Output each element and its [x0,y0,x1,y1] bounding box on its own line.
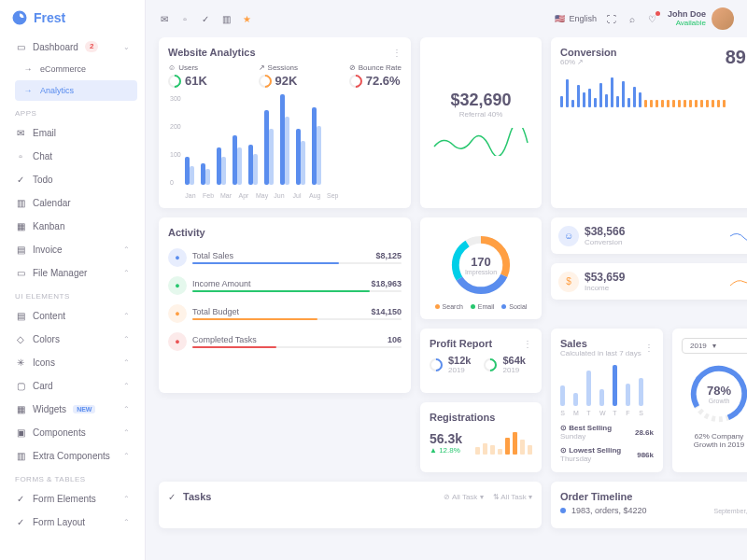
brand-text: Frest [34,10,65,25]
year-select[interactable]: 2019▾ [682,338,747,354]
sidebar-item-colors[interactable]: ◇Colors⌃ [7,328,137,350]
more-icon[interactable]: ⋮ [644,343,654,353]
logo-icon [11,9,28,26]
sidebar-item-dashboard[interactable]: ▭ Dashboard 2 ⌄ [7,35,137,58]
card-growth: 2019▾ 78%Growth 62% Company Growth in 20… [672,329,747,472]
sidebar-item-calendar[interactable]: ▥Calendar [7,191,137,214]
brand-logo[interactable]: Frest [0,0,145,35]
mail-icon[interactable]: ✉ [159,13,170,24]
sidebar-item-email[interactable]: ✉Email [7,121,137,144]
card-tasks: ✓Tasks ⊘ All Task ▾⇅ All Task ▾ [159,482,542,528]
sidebar-item-card[interactable]: ▢Card⌃ [7,374,137,397]
fullscreen-icon[interactable]: ⛶ [606,13,617,24]
filter-all-2[interactable]: ⇅ All Task ▾ [493,493,532,501]
card-title: Website Analytics [168,47,256,58]
section-forms: Forms & Tables [7,468,137,487]
search-icon[interactable]: ⌕ [627,13,638,24]
chat-icon[interactable]: ▫ [179,13,190,24]
sidebar-item-components[interactable]: ▣Components⌃ [7,421,137,443]
sidebar-nav: ▭ Dashboard 2 ⌄ →eCommerce →Analytics Ap… [0,35,145,560]
card-registrations: Registrations 56.3k▲ 12.8% [420,402,542,473]
check-icon[interactable]: ✓ [200,13,211,24]
topbar: ✉ ▫ ✓ ▥ ★ 🇺🇸English ⛶ ⌕ ♡ John DoeAvaila… [146,0,747,37]
flag-icon: 🇺🇸 [555,14,565,23]
card-activity: Activity ●Total Sales$8,125●Income Amoun… [159,217,411,393]
filter-all-1[interactable]: ⊘ All Task ▾ [444,493,483,501]
sidebar-item-content[interactable]: ▤Content⌃ [7,304,137,327]
sidebar-item-invoice[interactable]: ▤Invoice⌃ [7,238,137,260]
chevron-down-icon: ▾ [712,342,716,350]
sidebar-item-chat[interactable]: ▫Chat [7,145,137,167]
card-orders: Order Timeline 1983, orders, $4220Septem… [551,482,747,528]
sidebar-item-file-manager[interactable]: ▭File Manager⌃ [7,261,137,284]
card-referral: $32,690 Referral 40% [420,37,542,208]
language-selector[interactable]: 🇺🇸English [555,14,597,23]
section-apps: Apps [7,102,137,121]
chevron-down-icon: ⌄ [123,43,130,51]
card-impression: 170Impression SearchEmailSocial [420,217,542,319]
sidebar-item-form-elements[interactable]: ✓Form Elements⌃ [7,487,137,510]
card-profit: Profit Report⋮ $12k2019 $64k2019 [420,329,542,393]
user-menu[interactable]: John DoeAvailable [668,7,734,30]
section-ui: UI Elements [7,285,137,304]
card-conversion: Conversion60% ↗ 89k [551,37,747,208]
card-mini-conversion: ☺$38,566Conversion [551,217,747,254]
more-icon[interactable]: ⋮ [523,339,532,349]
dashboard-badge: 2 [85,41,98,52]
sidebar-item-analytics[interactable]: →Analytics [15,80,137,101]
sidebar: Frest ▭ Dashboard 2 ⌄ →eCommerce →Analyt… [0,0,146,560]
more-icon[interactable]: ⋮ [392,48,402,58]
sidebar-item-extra-components[interactable]: ▥Extra Components⌃ [7,444,137,467]
sidebar-item-widgets[interactable]: ▦WidgetsNEW⌃ [7,398,137,420]
sidebar-item-ecommerce[interactable]: →eCommerce [15,59,137,79]
sidebar-item-icons[interactable]: ✳Icons⌃ [7,351,137,373]
calendar-icon[interactable]: ▥ [220,13,232,24]
dollar-icon: $ [558,272,579,292]
monitor-icon: ▭ [15,41,26,52]
card-sales: SalesCalculated in last 7 days⋮ SMTWTFS … [551,329,663,472]
sidebar-item-todo[interactable]: ✓Todo [7,168,137,190]
check-icon: ✓ [168,492,176,502]
avatar [712,7,734,30]
card-mini-income: $$53,659Income [551,263,747,300]
card-website-analytics: Website Analytics⋮ ☺Users61K↗Sessions92K… [159,37,411,208]
sidebar-item-form-layout[interactable]: ✓Form Layout⌃ [7,511,137,533]
sparkline [430,128,532,156]
star-icon[interactable]: ★ [241,13,252,24]
bell-icon[interactable]: ♡ [647,13,658,24]
user-icon: ☺ [558,226,579,246]
sidebar-item-kanban[interactable]: ▦Kanban [7,215,137,237]
